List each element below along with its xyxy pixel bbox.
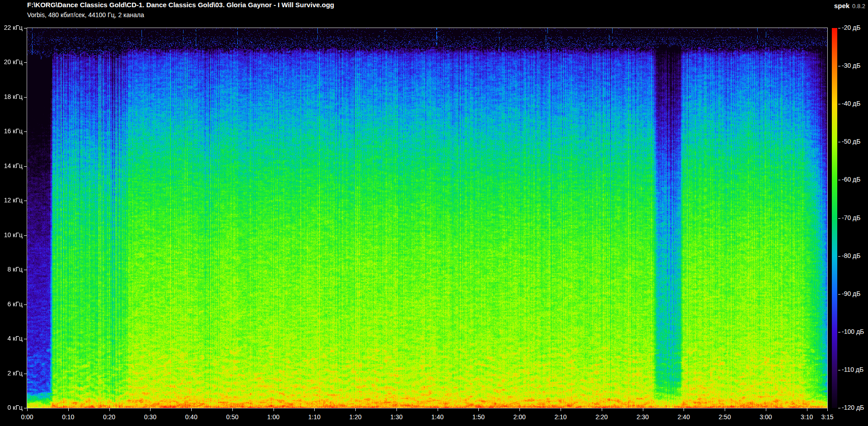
app-brand: spek0.8.2 bbox=[834, 2, 865, 9]
time-tick-label: 2:40 bbox=[670, 413, 697, 421]
db-tick bbox=[838, 332, 840, 332]
freq-tick bbox=[24, 374, 27, 374]
freq-tick-label: 8 кГц bbox=[0, 266, 23, 273]
time-tick-label: 2:10 bbox=[547, 413, 574, 421]
db-tick bbox=[838, 180, 840, 180]
time-tick bbox=[807, 408, 807, 411]
time-tick-label: 1:30 bbox=[383, 413, 410, 421]
db-tick-label: -80 дБ bbox=[842, 252, 868, 259]
time-tick-label: 1:50 bbox=[465, 413, 492, 421]
time-tick-label: 3:00 bbox=[752, 413, 779, 421]
time-tick-label: 1:40 bbox=[424, 413, 451, 421]
time-tick-label: 0:20 bbox=[96, 413, 123, 421]
db-tick-label: -20 дБ bbox=[842, 24, 868, 31]
time-tick bbox=[396, 408, 397, 411]
spectrogram-canvas bbox=[27, 28, 827, 408]
app-name: spek bbox=[834, 2, 849, 9]
db-tick bbox=[838, 256, 840, 257]
db-tick-label: -30 дБ bbox=[842, 62, 868, 69]
time-tick bbox=[27, 408, 28, 411]
freq-tick bbox=[24, 270, 27, 270]
time-tick bbox=[478, 408, 479, 411]
freq-tick bbox=[24, 235, 27, 236]
time-tick-label: 2:00 bbox=[506, 413, 533, 421]
stream-info: Vorbis, 480 кбит/сек, 44100 Гц, 2 канала bbox=[27, 11, 144, 19]
db-tick-label: -70 дБ bbox=[842, 214, 868, 221]
time-tick-label: 0:30 bbox=[137, 413, 164, 421]
freq-tick bbox=[24, 201, 27, 201]
time-tick-label: 1:00 bbox=[260, 413, 287, 421]
time-tick bbox=[519, 408, 520, 411]
db-tick-label: -40 дБ bbox=[842, 100, 868, 107]
db-tick bbox=[838, 218, 840, 219]
freq-tick-label: 18 кГц bbox=[0, 93, 23, 100]
db-tick-label: -90 дБ bbox=[842, 290, 868, 297]
freq-tick bbox=[24, 304, 27, 305]
db-tick bbox=[838, 66, 840, 66]
time-tick-label: 2:50 bbox=[711, 413, 738, 421]
db-tick bbox=[838, 370, 840, 370]
spek-window: F:\KORG\Dance Classics Gold\CD-1. Dance … bbox=[0, 0, 868, 426]
freq-tick-label: 22 кГц bbox=[0, 24, 23, 31]
time-tick bbox=[191, 408, 192, 411]
freq-tick-label: 16 кГц bbox=[0, 127, 23, 135]
db-tick-label: -110 дБ bbox=[842, 366, 868, 373]
time-tick bbox=[109, 408, 110, 411]
db-tick bbox=[838, 408, 840, 408]
app-version: 0.8.2 bbox=[852, 3, 865, 9]
freq-tick-label: 10 кГц bbox=[0, 231, 23, 239]
freq-tick bbox=[24, 97, 27, 98]
time-tick bbox=[643, 408, 643, 411]
time-tick-label: 0:50 bbox=[219, 413, 246, 421]
spectrogram-plot-frame bbox=[27, 28, 828, 408]
freq-tick-label: 2 кГц bbox=[0, 370, 23, 377]
time-tick bbox=[232, 408, 233, 411]
db-tick bbox=[838, 28, 840, 28]
time-tick bbox=[684, 408, 684, 411]
freq-tick-label: 12 кГц bbox=[0, 197, 23, 204]
time-tick bbox=[438, 408, 438, 411]
time-tick bbox=[150, 408, 151, 411]
freq-tick bbox=[24, 131, 27, 132]
time-tick-label: 3:15 bbox=[814, 413, 841, 421]
time-tick bbox=[766, 408, 766, 411]
time-tick-label: 0:00 bbox=[14, 413, 41, 421]
db-tick-label: -60 дБ bbox=[842, 176, 868, 183]
freq-tick-label: 20 кГц bbox=[0, 58, 23, 66]
freq-tick-label: 4 кГц bbox=[0, 335, 23, 342]
freq-tick bbox=[24, 339, 27, 339]
db-tick bbox=[838, 294, 840, 295]
time-tick bbox=[68, 408, 69, 411]
freq-tick bbox=[24, 166, 27, 167]
freq-tick bbox=[24, 28, 27, 28]
time-tick bbox=[602, 408, 602, 411]
db-tick-label: -100 дБ bbox=[842, 328, 868, 335]
freq-tick-label: 6 кГц bbox=[0, 300, 23, 308]
time-tick-label: 2:30 bbox=[629, 413, 656, 421]
db-color-scale bbox=[832, 28, 837, 408]
time-tick bbox=[561, 408, 561, 411]
db-tick-label: -120 дБ bbox=[842, 404, 868, 411]
freq-tick bbox=[24, 408, 27, 408]
time-tick-label: 0:10 bbox=[55, 413, 82, 421]
db-tick bbox=[838, 142, 840, 142]
time-tick-label: 0:40 bbox=[178, 413, 205, 421]
db-tick-label: -50 дБ bbox=[842, 138, 868, 145]
freq-tick-label: 0 кГц bbox=[0, 404, 23, 411]
time-tick-label: 2:20 bbox=[588, 413, 615, 421]
time-tick-label: 1:10 bbox=[301, 413, 328, 421]
time-tick bbox=[274, 408, 274, 411]
freq-tick bbox=[24, 62, 27, 63]
db-tick bbox=[838, 104, 840, 104]
time-tick bbox=[827, 408, 828, 411]
file-path-title: F:\KORG\Dance Classics Gold\CD-1. Dance … bbox=[27, 1, 334, 9]
freq-tick-label: 14 кГц bbox=[0, 162, 23, 169]
time-tick-label: 1:20 bbox=[342, 413, 369, 421]
time-tick bbox=[314, 408, 315, 411]
time-tick bbox=[355, 408, 356, 411]
time-tick bbox=[725, 408, 725, 411]
